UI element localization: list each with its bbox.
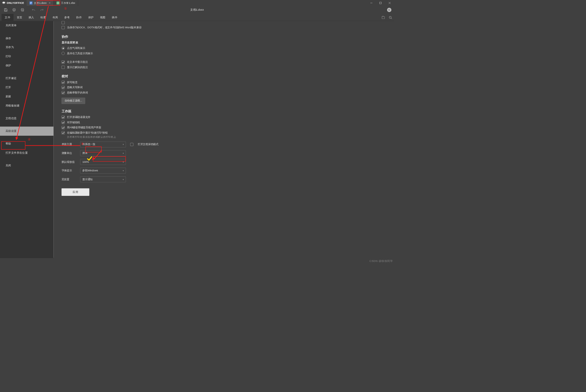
tab-doc1[interactable]: 文档1.docx × — [27, 0, 54, 6]
svg-rect-4 — [30, 3, 32, 3]
chevron-down-icon: ▾ — [123, 178, 124, 180]
form-row-theme: 界面主题 和系统一致▾ 打开文档深色模式 — [62, 142, 387, 147]
checkbox[interactable] — [62, 116, 65, 119]
quick-print-button[interactable] — [18, 6, 27, 14]
check-row: 在文本中显示批注 — [62, 60, 387, 64]
open-location-icon[interactable] — [382, 16, 385, 19]
checkbox-label: 在文本中显示批注 — [67, 60, 88, 64]
svg-rect-15 — [5, 10, 6, 11]
menu-collaboration[interactable]: 协作 — [73, 14, 85, 21]
undo-button[interactable] — [30, 6, 38, 14]
autocorrect-options-button[interactable]: 自动修正选项... — [62, 98, 85, 104]
hint-text: 文档将打印在最后选择的或默认的打印机上 — [67, 135, 386, 139]
svg-rect-19 — [22, 9, 24, 9]
apply-button[interactable]: 应用 — [62, 188, 89, 196]
form-label: 测量单位 — [62, 151, 76, 155]
document-title: 文档1.docx — [190, 8, 204, 12]
sidebar-item-close[interactable]: 关闭 — [0, 161, 54, 170]
svg-rect-22 — [382, 17, 384, 19]
print-button[interactable] — [10, 6, 18, 14]
chevron-down-icon: ▾ — [123, 152, 124, 154]
menu-references[interactable]: 参考 — [61, 14, 73, 21]
close-icon[interactable]: × — [49, 1, 51, 5]
sidebar-item-new[interactable]: 新建 — [0, 92, 54, 101]
checkbox[interactable] — [62, 60, 65, 64]
sidebar-item-from-template[interactable]: 用模板创建 — [0, 101, 54, 110]
svg-rect-3 — [30, 2, 32, 2]
setting-row: placeholder — [62, 21, 387, 24]
menu-view[interactable]: 视图 — [97, 14, 109, 21]
check-row-screen-reader: 打开屏幕朗读器支持 — [62, 116, 387, 119]
checkbox-label: 在编辑器标题中显示"快速打印"按钮 — [67, 131, 107, 135]
sidebar-item-print[interactable]: 打印 — [0, 52, 54, 61]
minimize-button[interactable] — [367, 0, 376, 6]
sidebar-item-save-as[interactable]: 另存为 — [0, 43, 54, 52]
sidebar-item-close-menu[interactable]: 关闭菜单 — [0, 21, 54, 30]
radio[interactable] — [62, 52, 65, 55]
checkbox[interactable] — [62, 91, 65, 94]
radio-row: 点击气球而展示 — [62, 46, 387, 50]
chevron-down-icon: ▾ — [123, 170, 124, 172]
radio-label: 悬停在工具提示而展示 — [67, 52, 93, 55]
checkbox[interactable] — [130, 143, 133, 146]
spreadsheet-icon — [56, 1, 60, 5]
form-row-macros: 宏设置 显示通知▾ — [62, 176, 387, 182]
select-unit[interactable]: 厘米▾ — [80, 150, 126, 156]
save-button[interactable] — [1, 6, 10, 14]
check-row: 忽略大写单词 — [62, 86, 387, 89]
checkbox[interactable] — [62, 86, 65, 89]
form-row-font-hinting: 字体提示 参照Windows▾ — [62, 168, 387, 173]
sidebar-item-help[interactable]: 帮助 — [0, 139, 54, 148]
checkbox-label: 忽略大写单词 — [67, 86, 82, 89]
sidebar-item-doc-info[interactable]: 文档信息 — [0, 114, 54, 123]
close-window-button[interactable] — [385, 0, 394, 6]
form-label: 字体提示 — [62, 169, 76, 172]
svg-point-23 — [389, 16, 391, 18]
menu-layout[interactable]: 布局 — [49, 14, 61, 21]
select-value: 100% — [82, 160, 89, 163]
sidebar-item-open-file-location[interactable]: 打开文件所在位置 — [0, 148, 54, 158]
tab-xlsx1[interactable]: 工作簿1.xlsx — [53, 0, 78, 6]
settings-content: placeholder 当保存为DOCX、DOTX格式时，使文件与旧的MS Wo… — [54, 21, 394, 258]
menu-file[interactable]: 文件 — [1, 14, 13, 21]
word-doc-icon — [29, 1, 32, 5]
sidebar-item-advanced-settings[interactable]: 高级设置 — [0, 127, 54, 136]
redo-button[interactable] — [38, 6, 46, 14]
section-title-collab: 协作 — [62, 35, 387, 39]
svg-line-24 — [391, 18, 392, 19]
menu-home[interactable]: 首页 — [14, 14, 25, 21]
select-value: 参照Windows — [82, 169, 98, 172]
form-row-unit: 测量单位 厘米▾ — [62, 150, 387, 156]
menu-insert[interactable]: 插入 — [25, 14, 37, 21]
sidebar-item-open[interactable]: 打开 — [0, 83, 54, 92]
checkbox[interactable] — [62, 26, 65, 29]
chevron-down-icon: ▾ — [123, 143, 124, 145]
checkbox[interactable] — [62, 121, 65, 124]
checkbox[interactable] — [62, 131, 65, 135]
user-avatar[interactable]: E — [387, 8, 392, 12]
select-zoom[interactable]: 100%▾ — [80, 159, 126, 165]
checkbox-label: 用Alt键使用键盘导航用户界面 — [67, 126, 101, 129]
sidebar-item-protect[interactable]: 保护 — [0, 61, 54, 70]
check-row: 忽略带数字的单词 — [62, 91, 387, 94]
radio[interactable] — [62, 47, 65, 50]
menu-protect[interactable]: 保护 — [85, 14, 97, 21]
file-sidebar: 关闭菜单 保存 另存为 打印 保护 打开最近 打开 新建 用模板创建 文档信息 … — [0, 21, 54, 258]
maximize-button[interactable] — [376, 0, 385, 6]
select-value: 厘米 — [82, 151, 87, 155]
menu-plugins[interactable]: 插件 — [109, 14, 121, 21]
menu-draw[interactable]: 绘图 — [37, 14, 49, 21]
select-macros[interactable]: 显示通知▾ — [80, 176, 126, 182]
select-font-hinting[interactable]: 参照Windows▾ — [80, 168, 126, 173]
checkbox[interactable] — [62, 126, 65, 129]
form-label: 界面主题 — [62, 143, 76, 146]
checkbox[interactable] — [62, 81, 65, 84]
checkbox[interactable] — [62, 21, 65, 24]
select-theme[interactable]: 和系统一致▾ — [80, 142, 126, 147]
sidebar-item-save[interactable]: 保存 — [0, 34, 54, 43]
sidebar-item-open-recent[interactable]: 打开最近 — [0, 74, 54, 83]
search-icon[interactable] — [389, 16, 392, 19]
radio-row: 悬停在工具提示而展示 — [62, 52, 387, 55]
checkbox[interactable] — [62, 66, 65, 69]
sub-title-track: 显示追踪更改 — [62, 41, 387, 45]
